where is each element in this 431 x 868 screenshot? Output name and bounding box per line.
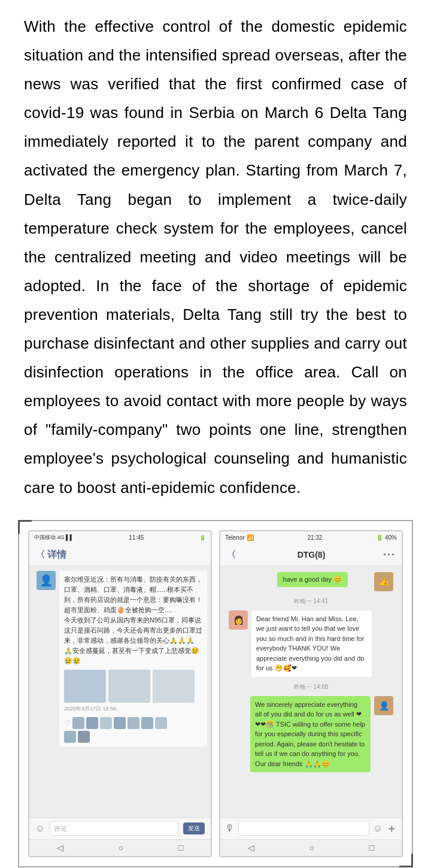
right-battery: 🔋 40% [376,534,397,541]
left-statusbar: 中国移动 4G ▌▌ 11:45 🔋 [29,531,211,545]
right-carrier: Telenor 📶 [225,534,254,541]
left-system-nav: ◁ ○ □ [29,839,211,856]
main-paragraph: With the effective control of the domest… [24,12,407,502]
page-container: With the effective control of the domest… [0,0,431,868]
right-header-title: DTG(8) [239,550,383,559]
chat-message-1: 👍 have a good day 😊 [225,572,397,591]
left-nav-recent[interactable]: □ [178,843,183,852]
left-comment-input[interactable]: 评论 [50,821,178,836]
left-battery: 🔋 [199,535,206,541]
right-phone-header: 〈 DTG(8) ··· [220,545,402,566]
right-phone-screenshot: Telenor 📶 21:32 🔋 40% 〈 DTG(8) ··· 👍 [219,530,403,857]
right-nav-recent[interactable]: □ [369,843,374,852]
left-send-button[interactable]: 发送 [183,822,205,834]
outgoing-bubble-2: We sincerely appreciate everything all o… [250,696,371,773]
right-chat-input[interactable] [238,821,369,836]
left-nav-back[interactable]: ◁ [57,843,63,852]
right-nav-home[interactable]: ○ [309,843,314,852]
bracket-container: 中国移动 4G ▌▌ 11:45 🔋 〈 详情 👤 [18,520,413,867]
left-nav-home[interactable]: ○ [119,843,123,852]
chat-message-3: 👤 We sincerely appreciate everything all… [225,696,397,773]
right-mic-button[interactable]: 🎙 [225,823,235,834]
timestamp-1: 昨晚一 14:41 [225,597,397,606]
right-avatar-3: 👤 [374,696,393,715]
right-avatar-1: 👍 [374,572,393,591]
right-chat-area: 👍 have a good day 😊 昨晚一 14:41 👩 [220,566,402,818]
right-avatar-2: 👩 [229,610,248,630]
left-chat-area: 👤 塞尔维亚近况：所有与消毒、防疫有关的东西，口罩、酒精、口罩、消毒液、帽...… [29,566,211,818]
text-section: With the effective control of the domest… [0,0,431,514]
right-bottombar: 🎙 ☺ ＋ [220,818,402,839]
left-carrier: 中国移动 4G ▌▌ [34,534,74,542]
left-back-arrow[interactable]: 〈 详情 [35,549,66,561]
incoming-bubble-1: Dear friend Mr. Han and Miss. Lee, we ju… [251,610,372,677]
right-statusbar: Telenor 📶 21:32 🔋 40% [220,531,402,545]
right-nav-back[interactable]: ◁ [248,843,254,852]
images-wrapper: 中国移动 4G ▌▌ 11:45 🔋 〈 详情 👤 [0,514,431,868]
left-avatar: 👤 [37,571,56,590]
right-add-button[interactable]: ＋ [386,821,397,836]
right-emoji-button[interactable]: ☺ [373,823,383,834]
wechat-date: 2020年3月17日 19:56 [64,705,202,713]
left-emoji-btn[interactable]: ☺ [35,823,45,834]
outgoing-bubble-1: have a good day 😊 [277,572,348,587]
right-more-button[interactable]: ··· [383,549,396,561]
right-back-arrow[interactable]: 〈 [226,549,236,561]
right-time: 21:32 [307,534,322,541]
wechat-notification: 塞尔维亚近况：所有与消毒、防疫有关的东西，口罩、酒精、口罩、消毒液、帽.....… [59,571,207,746]
notification-text: 塞尔维亚近况：所有与消毒、防疫有关的东西，口罩、酒精、口罩、消毒液、帽.....… [64,574,202,666]
left-phone-header: 〈 详情 [29,545,211,566]
left-time: 11:45 [129,534,144,541]
chat-message-2: 👩 Dear friend Mr. Han and Miss. Lee, we … [225,610,397,677]
timestamp-2: 昨晚一 14:68 [225,683,397,691]
left-bottombar: ☺ 评论 发送 [29,818,211,839]
right-system-nav: ◁ ○ □ [220,839,402,856]
left-phone-screenshot: 中国移动 4G ▌▌ 11:45 🔋 〈 详情 👤 [28,530,212,857]
